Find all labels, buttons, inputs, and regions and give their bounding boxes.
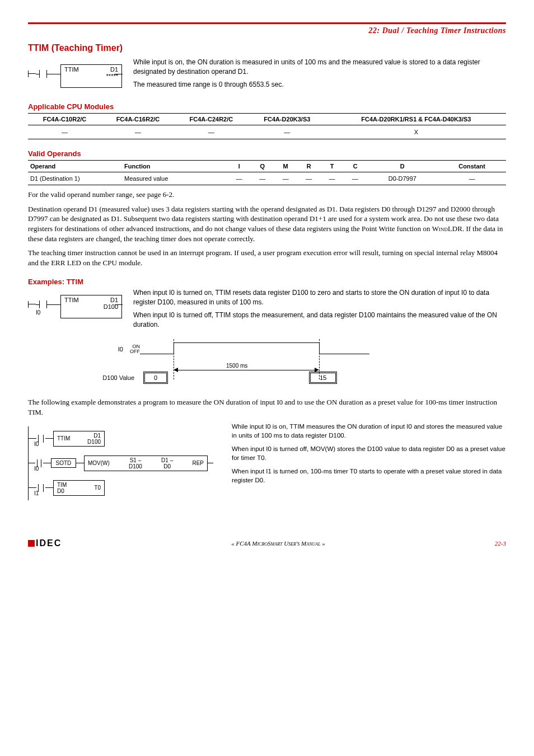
contact-icon <box>37 300 49 308</box>
ex2-p1: While input I0 is on, TTIM measures the … <box>232 422 506 440</box>
timing-duration: 1500 ms <box>224 363 250 369</box>
ex1-d1: D1 <box>110 297 118 303</box>
cpu-h2: FC4A-C24R2/C <box>175 114 248 125</box>
idec-logo: IDEC <box>28 538 62 548</box>
example1-text: When input I0 is turned on, TTIM resets … <box>133 288 506 332</box>
cpu-h1: FC4A-C16R2/C <box>101 114 175 125</box>
ops-c9: — <box>438 172 506 185</box>
ops-c5: — <box>297 172 320 185</box>
ttim-d1: D1 <box>110 66 118 73</box>
ops-c3: — <box>251 172 274 185</box>
logo-text: IDEC <box>36 538 62 548</box>
ops-h1: Function <box>122 161 227 172</box>
r2-s1reg: D100 <box>129 463 142 469</box>
cpu-h3: FC4A-D20K3/S3 <box>248 114 326 125</box>
cpu-h4: FC4A-D20RK1/RS1 & FC4A-D40K3/S3 <box>326 114 506 125</box>
ex2-intro: The following example demonstrates a pro… <box>28 397 506 417</box>
cpu-table: FC4A-C10R2/C FC4A-C16R2/C FC4A-C24R2/C F… <box>28 113 506 139</box>
timing-off: OFF <box>127 349 140 354</box>
ladder-program: TTIM D1 D100 I0 SOTD MOV(W) S <box>28 426 213 500</box>
r2-rep: REP <box>192 460 204 466</box>
cpu-c4: X <box>326 125 506 139</box>
r2-d1: D1 – <box>161 457 173 463</box>
ops-h4: M <box>274 161 297 172</box>
contact-icon <box>37 70 49 78</box>
ops-c6: — <box>320 172 343 185</box>
ops-h9: Constant <box>438 161 506 172</box>
valid-operands-heading: Valid Operands <box>28 149 506 158</box>
body-p2: Destination operand D1 (measured value) … <box>28 204 506 243</box>
r3-in: I1 <box>34 490 39 496</box>
page-footer: IDEC « FC4A MicroSmart User's Manual » 2… <box>28 538 506 548</box>
ops-h5: R <box>297 161 320 172</box>
body-p3: The teaching timer instruction cannot be… <box>28 248 506 267</box>
ops-c0: D1 (Destination 1) <box>28 172 122 185</box>
cpu-c0: — <box>28 125 101 139</box>
examples-heading: Examples: TTIM <box>28 278 506 286</box>
logo-square-icon <box>28 540 35 547</box>
section-title: TTIM (Teaching Timer) <box>28 43 506 53</box>
ops-h3: Q <box>251 161 274 172</box>
windldr-text: WindLDR <box>432 224 462 233</box>
intro-text: While input is on, the ON duration is me… <box>133 58 506 92</box>
page-number: 22-3 <box>495 540 506 547</box>
ops-h6: T <box>320 161 343 172</box>
intro-p1: While input is on, the ON duration is me… <box>133 58 506 77</box>
ops-c4: — <box>274 172 297 185</box>
example2-text: While input I0 is on, TTIM measures the … <box>232 422 506 490</box>
r2-in: I0 <box>34 466 39 472</box>
cpu-c1: — <box>101 125 175 139</box>
r3-tim: TIM <box>57 482 67 488</box>
cpu-c3: — <box>248 125 326 139</box>
ops-h2: I <box>227 161 250 172</box>
ttim-instruction-block: TTIM D1 ***** <box>28 58 123 90</box>
intro-p2: The measured time range is 0 through 655… <box>133 80 506 90</box>
r1-d1: D1 <box>93 433 101 439</box>
chapter-header-text: 22: Dual / Teaching Timer Instructions <box>368 26 506 35</box>
chapter-title: 22: Dual / Teaching Timer Instructions <box>28 26 506 35</box>
r1-d100: D100 <box>87 439 101 445</box>
d100-label: D100 Value <box>73 374 134 381</box>
ops-c8: D0-D7997 <box>367 172 438 185</box>
cpu-c2: — <box>175 125 248 139</box>
operands-table: Operand Function I Q M R T C D Constant … <box>28 160 506 185</box>
header-rule <box>28 22 506 24</box>
r1-ttim: TTIM <box>57 435 70 442</box>
cpu-h0: FC4A-C10R2/C <box>28 114 101 125</box>
r3-t0: T0 <box>94 485 101 491</box>
ops-h8: D <box>367 161 438 172</box>
r3-treg: D0 <box>57 488 64 494</box>
body-p2a: Destination operand D1 (measured value) … <box>28 205 499 233</box>
r2-s1: S1 – <box>130 457 142 463</box>
r2-sotd: SOTD <box>56 460 72 466</box>
r2-mov: MOV(W) <box>88 460 110 466</box>
d100-v15: 15 <box>309 372 337 384</box>
ex1-p2: When input I0 is turned off, TTIM stops … <box>133 311 506 330</box>
ops-h7: C <box>344 161 367 172</box>
ex2-p3: When input I1 is turned on, 100-ms timer… <box>232 467 506 485</box>
ex1-ttim: TTIM <box>64 297 79 303</box>
applicable-heading: Applicable CPU Modules <box>28 102 506 111</box>
d100-v0: 0 <box>143 372 168 384</box>
footer-center: « FC4A MicroSmart User's Manual » <box>231 540 325 547</box>
timing-diagram: I0 ON OFF 1500 ms <box>73 338 364 360</box>
ex1-i0-label: I0 <box>36 309 40 316</box>
ops-h0: Operand <box>28 161 122 172</box>
ex2-p2: When input I0 is turned off, MOV(W) stor… <box>232 444 506 462</box>
ex1-p1: When input I0 is turned on, TTIM resets … <box>133 288 506 307</box>
ops-c2: — <box>227 172 250 185</box>
r2-d1reg: D0 <box>163 463 171 469</box>
timing-i0-label: I0 <box>73 346 127 353</box>
body-p1: For the valid operand number range, see … <box>28 190 506 200</box>
example1-block: I0 TTIM D1 D100 <box>28 288 123 321</box>
ops-c1: Measured value <box>122 172 227 185</box>
ttim-name: TTIM <box>64 66 79 73</box>
d100-value-row: D100 Value 0 15 <box>73 372 506 384</box>
ops-c7: — <box>344 172 367 185</box>
r1-in: I0 <box>34 441 39 447</box>
